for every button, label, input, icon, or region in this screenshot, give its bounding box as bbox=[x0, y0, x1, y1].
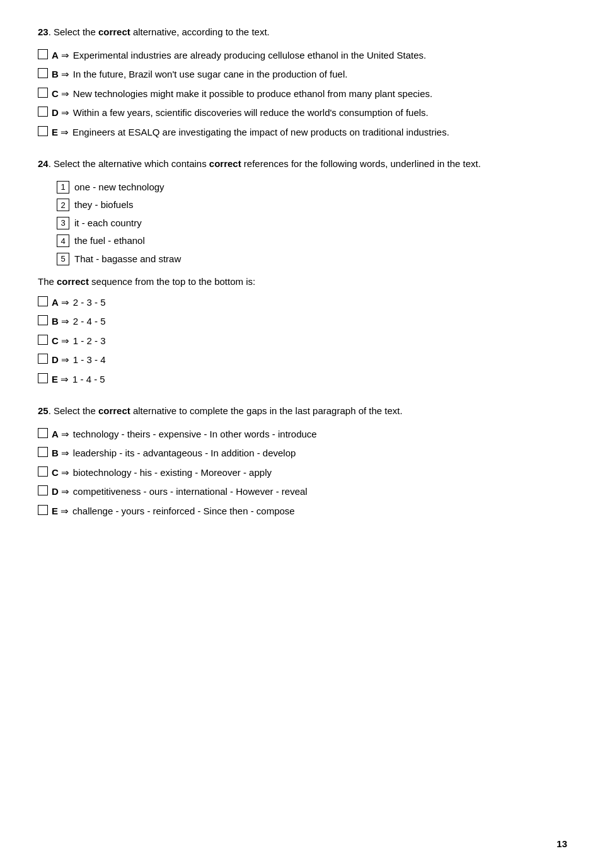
text-24-c: 1 - 2 - 3 bbox=[73, 334, 106, 349]
numbered-text-1: one - new technology bbox=[74, 180, 164, 195]
checkbox-23-b[interactable] bbox=[38, 68, 48, 78]
arrow-23-b: ⇒ bbox=[61, 67, 69, 82]
checkbox-25-a[interactable] bbox=[38, 428, 48, 438]
num-box-3: 3 bbox=[57, 217, 69, 229]
num-box-2: 2 bbox=[57, 199, 69, 211]
text-24-e: 1 - 4 - 5 bbox=[72, 373, 105, 387]
question-24-number: 24 bbox=[38, 158, 49, 169]
arrow-25-c: ⇒ bbox=[61, 466, 69, 480]
option-25-e[interactable]: E ⇒ challenge - yours - reinforced - Sin… bbox=[38, 504, 567, 519]
arrow-25-d: ⇒ bbox=[61, 485, 69, 499]
option-25-b[interactable]: B ⇒ leadership - its - advantageous - In… bbox=[38, 446, 567, 461]
numbered-text-3: it - each country bbox=[74, 216, 142, 231]
arrow-24-d: ⇒ bbox=[61, 353, 69, 367]
text-25-b: leadership - its - advantageous - In add… bbox=[73, 446, 296, 461]
checkbox-25-e[interactable] bbox=[38, 505, 48, 515]
option-23-c[interactable]: C ⇒ New technologies might make it possi… bbox=[38, 87, 567, 101]
num-box-5: 5 bbox=[57, 253, 69, 265]
letter-25-b: B bbox=[52, 446, 59, 461]
text-25-a: technology - theirs - expensive - In oth… bbox=[73, 427, 317, 442]
checkbox-23-d[interactable] bbox=[38, 107, 48, 117]
question-23-title: 23. Select the correct alternative, acco… bbox=[38, 25, 567, 40]
num-box-4: 4 bbox=[57, 234, 69, 247]
option-23-a[interactable]: A ⇒ Experimental industries are already … bbox=[38, 49, 567, 63]
question-23-number: 23 bbox=[38, 26, 49, 37]
letter-23-c: C bbox=[52, 87, 59, 101]
arrow-23-d: ⇒ bbox=[61, 106, 69, 120]
text-24-d: 1 - 3 - 4 bbox=[73, 353, 106, 367]
checkbox-23-c[interactable] bbox=[38, 88, 48, 98]
option-24-e[interactable]: E ⇒ 1 - 4 - 5 bbox=[38, 373, 567, 387]
checkbox-24-d[interactable] bbox=[38, 354, 48, 364]
text-25-d: competitiveness - ours - international -… bbox=[73, 485, 308, 499]
text-23-d: Within a few years, scientific discoveri… bbox=[73, 106, 429, 120]
numbered-text-2: they - biofuels bbox=[74, 198, 133, 212]
numbered-item-5: 5 That - bagasse and straw bbox=[57, 252, 567, 267]
arrow-24-a: ⇒ bbox=[61, 296, 69, 310]
letter-24-c: C bbox=[52, 334, 59, 349]
option-23-e[interactable]: E ⇒ Engineers at ESALQ are investigating… bbox=[38, 125, 567, 140]
numbered-item-4: 4 the fuel - ethanol bbox=[57, 234, 567, 248]
checkbox-25-d[interactable] bbox=[38, 485, 48, 495]
numbered-text-4: the fuel - ethanol bbox=[74, 234, 145, 248]
text-23-c: New technologies might make it possible … bbox=[73, 87, 432, 101]
num-box-1: 1 bbox=[57, 181, 69, 194]
letter-23-a: A bbox=[52, 49, 59, 63]
arrow-25-a: ⇒ bbox=[61, 427, 69, 442]
arrow-25-b: ⇒ bbox=[61, 446, 69, 461]
text-23-a: Experimental industries are already prod… bbox=[73, 49, 426, 63]
question-25-bold: correct bbox=[98, 405, 130, 416]
question-24: 24. Select the alternative which contain… bbox=[38, 157, 567, 386]
question-25: 25. Select the correct alternative to co… bbox=[38, 404, 567, 518]
question-24-bold: correct bbox=[209, 158, 241, 169]
checkbox-24-e[interactable] bbox=[38, 373, 48, 383]
checkbox-23-a[interactable] bbox=[38, 49, 48, 59]
numbered-item-1: 1 one - new technology bbox=[57, 180, 567, 195]
letter-25-d: D bbox=[52, 485, 59, 499]
numbered-item-2: 2 they - biofuels bbox=[57, 198, 567, 212]
text-24-b: 2 - 4 - 5 bbox=[73, 315, 106, 329]
option-25-a[interactable]: A ⇒ technology - theirs - expensive - In… bbox=[38, 427, 567, 442]
question-23-bold: correct bbox=[98, 26, 130, 37]
letter-24-d: D bbox=[52, 353, 59, 367]
arrow-23-a: ⇒ bbox=[61, 49, 69, 63]
arrow-24-c: ⇒ bbox=[61, 334, 69, 349]
letter-25-e: E bbox=[52, 504, 58, 519]
text-23-b: In the future, Brazil won't use sugar ca… bbox=[73, 67, 348, 82]
letter-25-c: C bbox=[52, 466, 59, 480]
checkbox-25-b[interactable] bbox=[38, 447, 48, 457]
letter-23-b: B bbox=[52, 67, 59, 82]
arrow-24-e: ⇒ bbox=[60, 373, 69, 387]
checkbox-23-e[interactable] bbox=[38, 126, 48, 136]
option-23-d[interactable]: D ⇒ Within a few years, scientific disco… bbox=[38, 106, 567, 120]
option-24-c[interactable]: C ⇒ 1 - 2 - 3 bbox=[38, 334, 567, 349]
text-25-e: challenge - yours - reinforced - Since t… bbox=[72, 504, 295, 519]
text-24-a: 2 - 3 - 5 bbox=[73, 296, 106, 310]
option-25-c[interactable]: C ⇒ biotechnology - his - existing - Mor… bbox=[38, 466, 567, 480]
question-23: 23. Select the correct alternative, acco… bbox=[38, 25, 567, 139]
option-23-b[interactable]: B ⇒ In the future, Brazil won't use suga… bbox=[38, 67, 567, 82]
letter-24-b: B bbox=[52, 315, 59, 329]
checkbox-24-c[interactable] bbox=[38, 335, 48, 345]
text-23-e: Engineers at ESALQ are investigating the… bbox=[72, 125, 449, 140]
checkbox-24-a[interactable] bbox=[38, 296, 48, 306]
sequence-intro-bold: correct bbox=[57, 276, 89, 287]
letter-24-e: E bbox=[52, 373, 58, 387]
option-24-b[interactable]: B ⇒ 2 - 4 - 5 bbox=[38, 315, 567, 329]
checkbox-24-b[interactable] bbox=[38, 315, 48, 325]
numbered-item-3: 3 it - each country bbox=[57, 216, 567, 231]
option-24-d[interactable]: D ⇒ 1 - 3 - 4 bbox=[38, 353, 567, 367]
question-24-title: 24. Select the alternative which contain… bbox=[38, 157, 567, 171]
text-25-c: biotechnology - his - existing - Moreove… bbox=[73, 466, 272, 480]
question-25-number: 25 bbox=[38, 405, 49, 416]
option-24-a[interactable]: A ⇒ 2 - 3 - 5 bbox=[38, 296, 567, 310]
arrow-23-c: ⇒ bbox=[61, 87, 69, 101]
letter-23-e: E bbox=[52, 125, 58, 140]
option-25-d[interactable]: D ⇒ competitiveness - ours - internation… bbox=[38, 485, 567, 499]
arrow-25-e: ⇒ bbox=[60, 504, 69, 519]
sequence-intro: The correct sequence from the top to the… bbox=[38, 275, 567, 289]
arrow-24-b: ⇒ bbox=[61, 315, 69, 329]
page-number: 13 bbox=[556, 838, 567, 849]
letter-24-a: A bbox=[52, 296, 59, 310]
checkbox-25-c[interactable] bbox=[38, 466, 48, 477]
